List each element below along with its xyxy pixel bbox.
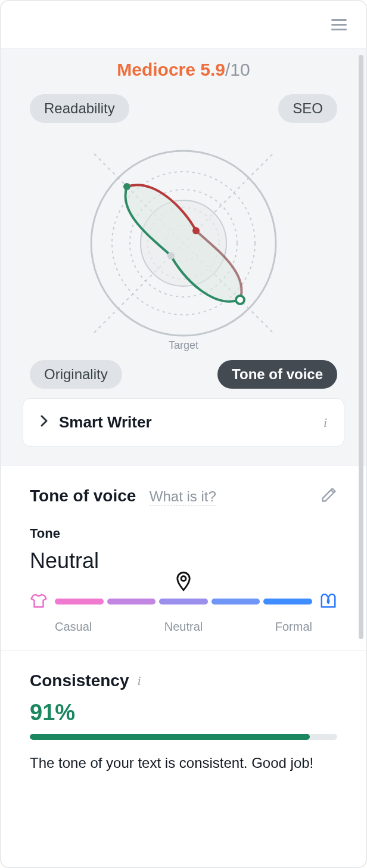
- smart-writer-title: Smart Writer: [59, 413, 313, 432]
- formal-shirt-icon: [319, 591, 337, 612]
- chevron-right-icon: [40, 415, 48, 430]
- tone-scale-track: [55, 599, 312, 604]
- info-icon[interactable]: i: [138, 673, 141, 689]
- tab-originality[interactable]: Originality: [30, 360, 122, 389]
- score-out-of: /10: [225, 60, 250, 79]
- tone-sub-label: Tone: [30, 526, 337, 541]
- section-title-tone: Tone of voice: [30, 486, 136, 505]
- consistency-message: The tone of your text is consistent. Goo…: [30, 753, 337, 774]
- score-value: 5.9: [200, 60, 225, 79]
- tone-slider[interactable]: Casual Neutral Formal: [30, 591, 337, 634]
- tshirt-icon: [30, 591, 48, 612]
- consistency-bar-fill: [30, 734, 310, 740]
- tone-scale-label-formal: Formal: [275, 620, 312, 634]
- svg-point-8: [123, 183, 130, 190]
- tab-readability[interactable]: Readability: [30, 94, 129, 123]
- scrollbar[interactable]: [359, 55, 363, 639]
- consistency-percent: 91%: [30, 700, 337, 726]
- svg-point-11: [167, 252, 175, 259]
- section-title-consistency: Consistency: [30, 671, 129, 690]
- hamburger-line: [331, 19, 347, 21]
- info-icon[interactable]: i: [324, 415, 327, 430]
- map-pin-icon: [175, 571, 192, 594]
- svg-point-10: [236, 296, 244, 304]
- tab-seo[interactable]: SEO: [278, 94, 337, 123]
- overall-score: Mediocre 5.9/10: [1, 60, 366, 80]
- tone-scale-label-casual: Casual: [55, 620, 92, 634]
- tab-tone-of-voice[interactable]: Tone of voice: [217, 360, 337, 389]
- score-word: Mediocre: [117, 60, 195, 79]
- tone-value: Neutral: [30, 548, 337, 574]
- svg-point-9: [192, 227, 200, 234]
- menu-button[interactable]: [329, 16, 349, 34]
- what-is-it-link[interactable]: What is it?: [150, 488, 216, 506]
- smart-writer-card[interactable]: Smart Writer i: [23, 398, 344, 447]
- radar-target-label: Target: [169, 339, 198, 352]
- hamburger-line: [331, 24, 347, 26]
- svg-point-12: [181, 576, 186, 581]
- hamburger-line: [331, 29, 347, 30]
- edit-icon[interactable]: [321, 486, 337, 506]
- radar-chart: [76, 136, 291, 351]
- tone-scale-label-neutral: Neutral: [164, 620, 203, 634]
- consistency-bar: [30, 734, 337, 740]
